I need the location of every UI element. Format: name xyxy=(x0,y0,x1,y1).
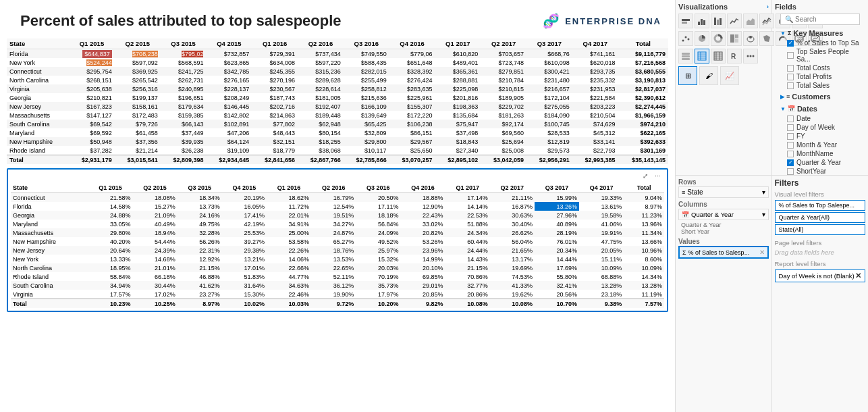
field-checkbox[interactable] xyxy=(787,133,794,140)
table-cell[interactable]: 9.38% xyxy=(579,299,624,309)
fields-search-box[interactable]: 🔍 xyxy=(780,14,860,25)
table-cell[interactable]: 14.43% xyxy=(445,255,490,263)
table-cell[interactable]: Virginia xyxy=(11,290,88,299)
viz-matrix[interactable] xyxy=(711,49,726,63)
table-cell[interactable]: $634,008 xyxy=(252,58,298,67)
table-cell[interactable]: $26,238 xyxy=(161,146,207,155)
table-cell[interactable]: $210,815 xyxy=(481,84,526,93)
table-cell[interactable]: 35.73% xyxy=(356,281,400,290)
table-cell[interactable]: $265,542 xyxy=(115,76,161,84)
table-cell[interactable]: 18.95% xyxy=(88,263,132,272)
table-cell[interactable]: $392,633 xyxy=(618,137,668,146)
table-cell[interactable]: $228,614 xyxy=(298,84,344,93)
table-cell[interactable]: 30.40% xyxy=(490,220,535,228)
table-cell[interactable]: $179,634 xyxy=(161,102,207,111)
table-cell[interactable]: 40.20% xyxy=(88,237,132,246)
table-cell[interactable]: $749,550 xyxy=(344,49,389,59)
search-input[interactable] xyxy=(795,16,855,23)
table-cell[interactable]: 22.26% xyxy=(267,246,311,255)
table-cell[interactable]: 41.62% xyxy=(178,281,222,290)
table-cell[interactable]: 46.88% xyxy=(178,272,222,281)
table-cell[interactable]: $189,905 xyxy=(481,93,526,102)
table-cell[interactable]: $229,702 xyxy=(481,102,526,111)
table-cell[interactable]: 13.21% xyxy=(222,255,267,263)
field-checkbox[interactable] xyxy=(787,168,794,175)
table-cell[interactable]: $489,401 xyxy=(435,58,481,67)
table-cell[interactable]: $77,802 xyxy=(252,120,298,128)
table-cell[interactable]: 24.88% xyxy=(88,211,132,220)
table-cell[interactable]: North Carolina xyxy=(7,76,69,84)
table-cell[interactable]: $202,716 xyxy=(252,102,298,111)
table-cell[interactable]: 15.32% xyxy=(356,255,400,263)
table-cell[interactable]: 22.66% xyxy=(267,263,311,272)
table-cell[interactable]: Rhode Island xyxy=(7,146,69,155)
table-cell[interactable]: $610,098 xyxy=(526,58,572,67)
table-cell[interactable]: $342,785 xyxy=(206,67,252,76)
table-cell[interactable]: 22.53% xyxy=(445,211,490,220)
table-cell[interactable]: $100,745 xyxy=(526,120,572,128)
table-cell[interactable]: $166,109 xyxy=(344,102,389,111)
table-cell[interactable]: $12,819 xyxy=(526,137,572,146)
table-cell[interactable]: 14.68% xyxy=(132,255,177,263)
table-cell[interactable]: $69,592 xyxy=(69,128,115,137)
table-cell[interactable]: $214,863 xyxy=(252,111,298,120)
columns-dropdown-icon[interactable]: ▾ xyxy=(762,211,765,218)
table-cell[interactable]: $240,895 xyxy=(161,84,207,93)
table-cell[interactable]: $106,238 xyxy=(389,120,435,128)
viz-scatter[interactable] xyxy=(678,31,693,46)
table-cell[interactable]: $225,961 xyxy=(389,93,435,102)
table-cell[interactable]: $47,206 xyxy=(206,128,252,137)
table-cell[interactable]: 15.30% xyxy=(222,290,267,299)
table-cell[interactable]: $597,092 xyxy=(115,58,161,67)
table-cell[interactable]: 39.27% xyxy=(222,237,267,246)
table-cell[interactable]: $203,223 xyxy=(572,102,618,111)
table-cell[interactable]: $568,591 xyxy=(161,58,207,67)
table-cell[interactable]: $25,008 xyxy=(481,146,526,155)
table-cell[interactable]: 51.83% xyxy=(222,272,267,281)
table-cell[interactable]: $2,956,291 xyxy=(526,155,572,165)
table-cell[interactable]: 53.58% xyxy=(267,237,311,246)
table-cell[interactable]: New York xyxy=(7,58,69,67)
table-cell[interactable]: New Jersey xyxy=(11,246,88,255)
table-cell[interactable]: 54.44% xyxy=(132,237,177,246)
viz-format-icon[interactable]: 🖌 xyxy=(699,66,718,85)
table-cell[interactable]: 70.86% xyxy=(445,272,490,281)
table-cell[interactable]: $192,407 xyxy=(298,102,344,111)
table-cell[interactable]: 56.26% xyxy=(178,237,222,246)
table-cell[interactable]: $27,340 xyxy=(435,146,481,155)
field-checkbox[interactable] xyxy=(787,65,794,72)
table-cell[interactable]: 53.26% xyxy=(400,237,445,246)
table-cell[interactable]: $2,390,612 xyxy=(618,93,668,102)
table-cell[interactable]: $39,935 xyxy=(161,137,207,146)
table-cell[interactable]: $64,124 xyxy=(206,137,252,146)
table-cell[interactable]: $184,090 xyxy=(526,111,572,120)
table-cell[interactable]: 34.91% xyxy=(267,220,311,228)
table-cell[interactable]: $732,857 xyxy=(206,49,252,59)
field-item[interactable]: ShortYear xyxy=(778,167,863,175)
table-cell[interactable]: $29,800 xyxy=(344,137,389,146)
table-cell[interactable]: $2,931,179 xyxy=(69,155,115,165)
table-cell[interactable]: 56.04% xyxy=(490,237,535,246)
table-cell[interactable]: 17.57% xyxy=(88,290,132,299)
table-cell[interactable]: $45,312 xyxy=(572,128,618,137)
table-cell[interactable]: 20.10% xyxy=(400,263,445,272)
table-cell[interactable]: Rhode Island xyxy=(11,272,88,281)
field-item[interactable]: Month & Year xyxy=(778,140,863,149)
table-cell[interactable]: $301,169 xyxy=(618,146,668,155)
table-cell[interactable]: 10.23% xyxy=(88,299,132,309)
table-cell[interactable]: 22.01% xyxy=(267,211,311,220)
table-cell[interactable]: 20.64% xyxy=(88,246,132,255)
table-cell[interactable]: 12.90% xyxy=(400,202,445,211)
columns-field[interactable]: 📅 Quarter & Year ▾ xyxy=(678,209,769,220)
table-cell[interactable]: 25.00% xyxy=(267,228,311,237)
visual-filter-item[interactable]: State(All) xyxy=(775,224,866,235)
table-cell[interactable]: Total xyxy=(7,155,69,165)
table-cell[interactable]: $215,636 xyxy=(344,93,389,102)
rows-dropdown-icon[interactable]: ▾ xyxy=(762,188,765,196)
table-cell[interactable]: 23.27% xyxy=(178,290,222,299)
table-cell[interactable]: 10.03% xyxy=(267,299,311,309)
table-cell[interactable]: 33.02% xyxy=(400,220,445,228)
table-cell[interactable]: 19.69% xyxy=(490,263,535,272)
table-cell[interactable]: $597,220 xyxy=(298,58,344,67)
table-cell[interactable]: $289,628 xyxy=(298,76,344,84)
